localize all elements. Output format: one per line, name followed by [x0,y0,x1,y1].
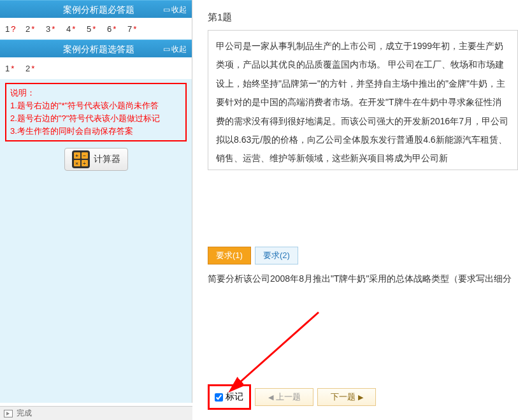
question-number[interactable]: 3* [43,22,64,36]
question-title: 第1题 [199,0,518,30]
question-number[interactable]: 2* [23,22,43,36]
tab-requirement[interactable]: 要求(1) [208,247,251,264]
calculator-button[interactable]: +−×÷ 计算器 [64,148,128,171]
section-required-header[interactable]: 案例分析题必答题 ▭收起 [0,0,192,18]
tab-requirement[interactable]: 要求(2) [255,247,298,264]
minus-icon: ▭ [163,45,170,54]
question-number[interactable]: 6* [104,22,125,36]
question-number[interactable]: 2* [23,61,43,75]
arrow-right-icon: ▶ [358,393,363,402]
instructions-line1: 1.题号右边的"*"符号代表该小题尚未作答 [10,99,182,112]
section-optional-header[interactable]: 案例分析题选答题 ▭收起 [0,40,192,57]
calculator-icon: +−×÷ [72,150,90,168]
tabs-row: 要求(1)要求(2) [208,247,518,264]
instructions-box: 说明： 1.题号右边的"*"符号代表该小题尚未作答 2.题号右边的"?"符号代表… [5,83,187,141]
bottom-bar: 标记 ◀ 上一题 下一题 ▶ [208,384,376,410]
play-icon [4,410,13,417]
question-number[interactable]: 4* [64,22,84,36]
mark-checkbox-wrap[interactable]: 标记 [208,384,251,410]
section-required-title: 案例分析题必答题 [63,4,134,15]
instructions-line3: 3.考生作答的同时会自动保存答案 [10,125,182,138]
collapse-toggle-2[interactable]: ▭收起 [163,40,187,58]
passage-box: 甲公司是一家从事乳制品生产的上市公司，成立于1999年初，主要生产奶类项，产品以… [208,30,518,170]
question-number[interactable]: 5* [84,22,104,36]
left-panel: 案例分析题必答题 ▭收起 1?2*3*4*5*6*7* 案例分析题选答题 ▭收起… [0,0,192,403]
arrow-left-icon: ◀ [268,393,273,402]
section-optional-title: 案例分析题选答题 [63,44,134,54]
question-grid-required: 1?2*3*4*5*6*7* [0,18,192,40]
right-panel: 第1题 甲公司是一家从事乳制品生产的上市公司，成立于1999年初，主要生产奶类项… [199,0,518,420]
status-text: 完成 [17,408,32,419]
question-number[interactable]: 1* [3,61,23,75]
collapse-toggle-1[interactable]: ▭收起 [163,1,187,18]
instructions-line2: 2.题号右边的"?"符号代表该小题做过标记 [10,112,182,125]
prev-button[interactable]: ◀ 上一题 [255,388,313,406]
next-button[interactable]: 下一题 ▶ [317,388,376,406]
requirement-text: 简要分析该公司2008年8月推出"T牌牛奶"采用的总体战略类型（要求写出细分 [208,271,518,287]
minus-icon: ▭ [163,5,170,14]
calculator-label: 计算器 [94,154,120,165]
mark-label: 标记 [226,391,243,403]
mark-checkbox[interactable] [215,393,223,402]
instructions-heading: 说明： [10,87,182,99]
question-number[interactable]: 1? [3,22,23,36]
status-bar: 完成 [0,406,192,420]
question-grid-optional: 1*2* [0,57,192,79]
question-number[interactable]: 7* [125,22,145,36]
